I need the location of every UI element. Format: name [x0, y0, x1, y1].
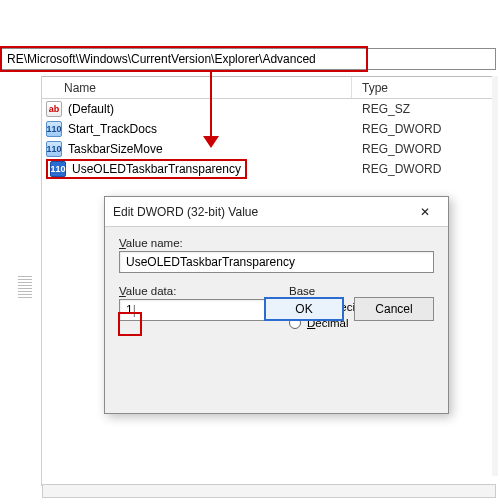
value-type: REG_DWORD	[352, 162, 496, 176]
value-type: REG_DWORD	[352, 122, 496, 136]
close-button[interactable]: ✕	[410, 202, 440, 222]
value-name-label: Value name:	[119, 237, 434, 249]
horizontal-scrollbar[interactable]	[42, 484, 496, 498]
dword-value-icon: 110	[50, 161, 66, 177]
annotation-row-highlight: 110 UseOLEDTaskbarTransparency	[46, 159, 247, 179]
annotation-arrow	[210, 72, 212, 138]
string-value-icon: ab	[46, 101, 62, 117]
table-row-selected[interactable]: 110 UseOLEDTaskbarTransparency REG_DWORD	[42, 159, 496, 179]
edit-dword-dialog: Edit DWORD (32-bit) Value ✕ Value name: …	[104, 196, 449, 414]
ok-button[interactable]: OK	[264, 297, 344, 321]
address-text: RE\Microsoft\Windows\CurrentVersion\Expl…	[7, 52, 316, 66]
table-row[interactable]: 110 Start_TrackDocs REG_DWORD	[42, 119, 496, 139]
value-type: REG_SZ	[352, 102, 496, 116]
dword-value-icon: 110	[46, 141, 62, 157]
base-label: Base	[289, 285, 434, 297]
value-name-field[interactable]: UseOLEDTaskbarTransparency	[119, 251, 434, 273]
dialog-titlebar[interactable]: Edit DWORD (32-bit) Value ✕	[105, 197, 448, 227]
column-type[interactable]: Type	[352, 77, 496, 98]
annotation-arrow-head	[203, 136, 219, 148]
value-type: REG_DWORD	[352, 142, 496, 156]
column-name[interactable]: Name	[42, 77, 352, 98]
vertical-scrollbar[interactable]	[492, 76, 498, 476]
column-headers[interactable]: Name Type	[42, 77, 496, 99]
value-name: TaskbarSizeMove	[68, 142, 163, 156]
dialog-title: Edit DWORD (32-bit) Value	[113, 205, 258, 219]
address-bar[interactable]: RE\Microsoft\Windows\CurrentVersion\Expl…	[0, 48, 496, 70]
cancel-button[interactable]: Cancel	[354, 297, 434, 321]
table-row[interactable]: ab (Default) REG_SZ	[42, 99, 496, 119]
tree-gutter	[0, 76, 42, 486]
table-row[interactable]: 110 TaskbarSizeMove REG_DWORD	[42, 139, 496, 159]
splitter-handle[interactable]	[18, 276, 32, 298]
value-data-label: Value data:	[119, 285, 269, 297]
value-name: UseOLEDTaskbarTransparency	[72, 162, 241, 176]
dword-value-icon: 110	[46, 121, 62, 137]
close-icon: ✕	[420, 205, 430, 219]
value-name: Start_TrackDocs	[68, 122, 157, 136]
value-name: (Default)	[68, 102, 114, 116]
annotation-value-highlight	[118, 312, 142, 336]
